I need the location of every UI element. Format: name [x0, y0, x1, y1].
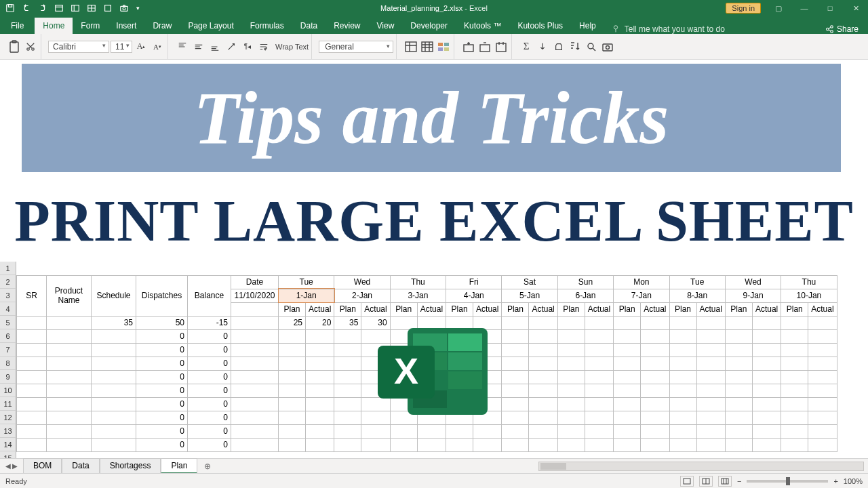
save-icon[interactable] — [4, 2, 16, 14]
format-table-icon[interactable] — [420, 39, 435, 55]
row-header[interactable]: 11 — [0, 397, 16, 411]
sheet-nav-next-icon[interactable]: ▶ — [12, 462, 18, 470]
font-name-select[interactable]: Calibri — [48, 41, 109, 53]
sign-in-button[interactable]: Sign in — [726, 3, 761, 14]
svg-point-10 — [831, 26, 833, 28]
normal-view-icon[interactable] — [680, 476, 694, 487]
svg-rect-24 — [496, 43, 506, 52]
svg-point-27 — [606, 45, 610, 49]
tab-file[interactable]: File — [0, 18, 35, 34]
ribbon-toolbar: Calibri 11 A▴ A▾ ¶◂ Wrap Text General Σ — [0, 34, 868, 60]
add-sheet-button[interactable]: ⊕ — [197, 462, 218, 471]
svg-rect-37 — [448, 390, 482, 408]
row-header[interactable]: 3 — [0, 289, 16, 302]
qat-dropdown-icon[interactable]: ▾ — [134, 2, 141, 14]
sheet-tab[interactable]: Shortagess — [100, 458, 161, 474]
qat-icon[interactable] — [69, 2, 81, 14]
maximize-icon[interactable]: □ — [822, 4, 838, 12]
row-header[interactable]: 14 — [0, 438, 16, 451]
status-bar: Ready − + 100% — [0, 473, 868, 488]
ribbon-tabs: File Home Form Insert Draw Page Layout F… — [0, 16, 868, 34]
sheet-tab[interactable]: BOM — [23, 458, 62, 474]
horizontal-scrollbar[interactable] — [538, 462, 864, 471]
insert-cells-icon[interactable] — [461, 39, 476, 55]
svg-rect-2 — [56, 5, 63, 12]
conditional-format-icon[interactable] — [403, 39, 418, 55]
qat-icon[interactable] — [102, 2, 114, 14]
undo-icon[interactable] — [20, 2, 33, 14]
find-select-icon[interactable] — [584, 39, 599, 55]
page-break-view-icon[interactable] — [718, 476, 732, 487]
page-layout-view-icon[interactable] — [699, 476, 713, 487]
paste-icon[interactable] — [7, 39, 22, 55]
row-header[interactable]: 2 — [0, 275, 16, 289]
row-header[interactable]: 4 — [0, 302, 16, 316]
tab-home[interactable]: Home — [35, 18, 73, 34]
minimize-icon[interactable]: — — [796, 4, 812, 12]
wrap-text-icon[interactable] — [256, 39, 271, 55]
clear-icon[interactable] — [551, 39, 566, 55]
sheet-nav: ◀ ▶ — [0, 462, 23, 470]
align-bottom-icon[interactable] — [208, 39, 222, 55]
qat-icon[interactable] — [85, 2, 98, 14]
row-header[interactable]: 12 — [0, 411, 16, 424]
sheet-tab[interactable]: Plan — [161, 458, 197, 474]
tell-me[interactable]: Tell me what you want to do — [604, 24, 732, 34]
tab-draw[interactable]: Draw — [144, 18, 180, 34]
tab-kutools-plus[interactable]: Kutools Plus — [509, 18, 571, 34]
ribbon-options-icon[interactable]: ▢ — [770, 4, 787, 13]
orientation-icon[interactable] — [224, 39, 239, 55]
increase-font-icon[interactable]: A▴ — [134, 39, 149, 55]
tab-data[interactable]: Data — [292, 18, 326, 34]
fill-icon[interactable] — [535, 39, 550, 55]
font-size-select[interactable]: 11 — [111, 41, 132, 53]
camera-icon[interactable] — [118, 2, 130, 14]
svg-rect-35 — [448, 371, 482, 389]
decrease-font-icon[interactable]: A▾ — [150, 39, 165, 55]
sheet-nav-prev-icon[interactable]: ◀ — [5, 462, 11, 470]
camera-tool-icon[interactable] — [600, 39, 615, 55]
rtl-icon[interactable]: ¶◂ — [240, 39, 255, 55]
svg-rect-12 — [10, 42, 18, 52]
share-button[interactable]: Share — [815, 24, 868, 34]
row-header[interactable]: 10 — [0, 384, 16, 397]
number-format-select[interactable]: General — [319, 41, 393, 53]
svg-rect-18 — [438, 43, 443, 46]
row-header[interactable]: 6 — [0, 329, 16, 343]
cell-styles-icon[interactable] — [436, 39, 451, 55]
redo-icon[interactable] — [37, 2, 49, 14]
tab-developer[interactable]: Developer — [402, 18, 456, 34]
row-header[interactable]: 15 — [0, 451, 16, 458]
row-header[interactable]: 13 — [0, 424, 16, 438]
sort-filter-icon[interactable] — [568, 39, 583, 55]
svg-rect-16 — [406, 42, 416, 52]
tab-view[interactable]: View — [369, 18, 403, 34]
autosum-icon[interactable]: Σ — [519, 39, 534, 55]
row-header[interactable]: 5 — [0, 316, 16, 329]
row-header[interactable]: 1 — [0, 262, 16, 275]
tab-help[interactable]: Help — [571, 18, 604, 34]
tab-formulas[interactable]: Formulas — [242, 18, 292, 34]
tab-form[interactable]: Form — [73, 18, 108, 34]
sheet-tab[interactable]: Data — [62, 458, 99, 474]
svg-rect-19 — [444, 43, 449, 46]
tab-kutools[interactable]: Kutools ™ — [456, 18, 509, 34]
delete-cells-icon[interactable] — [477, 39, 492, 55]
tab-page-layout[interactable]: Page Layout — [180, 18, 241, 34]
tab-insert[interactable]: Insert — [108, 18, 144, 34]
zoom-in-button[interactable]: + — [833, 477, 837, 485]
row-header[interactable]: 8 — [0, 357, 16, 370]
qat-icon[interactable] — [53, 2, 65, 14]
tab-review[interactable]: Review — [326, 18, 368, 34]
format-cells-icon[interactable] — [494, 39, 509, 55]
align-middle-icon[interactable] — [191, 39, 206, 55]
row-header[interactable]: 7 — [0, 343, 16, 357]
cut-icon[interactable] — [23, 39, 38, 55]
zoom-out-button[interactable]: − — [737, 477, 741, 485]
editing-group: Σ — [516, 34, 618, 59]
close-icon[interactable]: ✕ — [848, 4, 864, 13]
window-title: Material_planning_2.xlsx - Excel — [380, 4, 488, 12]
row-header[interactable]: 9 — [0, 370, 16, 384]
align-top-icon[interactable] — [175, 39, 190, 55]
zoom-slider[interactable] — [747, 480, 828, 483]
